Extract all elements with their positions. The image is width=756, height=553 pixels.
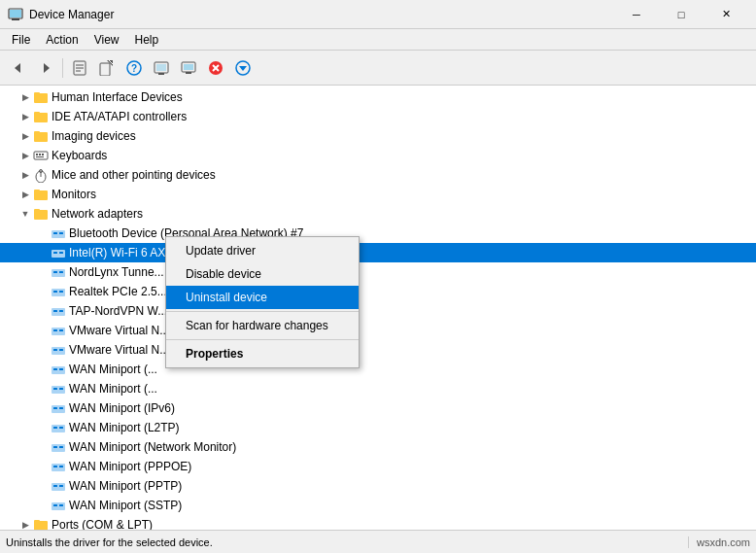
tree-item-mice[interactable]: ▶ Mice and other pointing devices <box>0 165 756 185</box>
tree-item-monitors[interactable]: ▶ Monitors <box>0 185 756 204</box>
folder-icon <box>33 517 49 530</box>
tree-item-imaging[interactable]: ▶ Imaging devices <box>0 126 756 146</box>
maximize-button[interactable]: □ <box>659 0 704 29</box>
network-adapter-icon <box>51 420 66 435</box>
network-adapter-icon <box>51 400 66 416</box>
back-button[interactable] <box>6 55 31 81</box>
tree-item-wan-l2tp[interactable]: WAN Miniport (L2TP) <box>0 418 756 437</box>
svg-rect-42 <box>34 209 40 212</box>
network-adapter-icon <box>51 245 66 260</box>
expand-icon: ▶ <box>17 187 33 202</box>
network-folder-icon <box>33 206 49 222</box>
svg-rect-66 <box>59 368 63 370</box>
tree-item-label: Ports (COM & LPT) <box>52 518 153 530</box>
device-manager-button[interactable] <box>176 55 201 81</box>
tree-item-bluetooth[interactable]: Bluetooth Device (Personal Area Network)… <box>0 224 756 243</box>
expand-icon <box>35 439 51 455</box>
menu-view[interactable]: View <box>86 31 127 49</box>
tree-item-wan-2[interactable]: WAN Miniport (... <box>0 379 756 398</box>
expand-icon <box>35 323 51 338</box>
ctx-scan-hardware[interactable]: Scan for hardware changes <box>166 314 359 337</box>
tree-item-tap-nordvpn[interactable]: TAP-NordVPN W... <box>0 301 756 321</box>
tree-item-human-interface[interactable]: ▶ Human Interface Devices <box>0 87 756 107</box>
tree-item-network-adapters[interactable]: ▼ Network adapters <box>0 204 756 224</box>
scan-button[interactable] <box>149 55 174 81</box>
keyboard-icon <box>33 148 49 163</box>
tree-item-ide-ata[interactable]: ▶ IDE ATA/ATAPI controllers <box>0 107 756 126</box>
status-bar: Uninstalls the driver for the selected d… <box>0 530 756 553</box>
camera-icon <box>33 128 49 144</box>
ctx-disable-device[interactable]: Disable device <box>166 262 359 286</box>
network-adapter-icon <box>51 323 66 338</box>
svg-rect-16 <box>158 73 164 75</box>
update-driver-button[interactable] <box>94 55 120 81</box>
tree-item-label: Imaging devices <box>52 129 136 143</box>
svg-marker-4 <box>44 63 50 73</box>
expand-icon <box>35 400 51 416</box>
svg-rect-84 <box>59 485 63 487</box>
tree-item-vmware-2[interactable]: VMware Virtual N... <box>0 340 756 360</box>
svg-rect-82 <box>52 483 65 491</box>
expand-icon: ▼ <box>17 206 33 222</box>
tree-item-wan-sstp[interactable]: WAN Miniport (SSTP) <box>0 496 756 515</box>
svg-marker-3 <box>15 63 20 73</box>
window-title: Device Manager <box>29 8 614 21</box>
network-adapter-icon <box>51 478 66 494</box>
folder-icon <box>33 89 49 105</box>
expand-icon <box>35 381 51 397</box>
svg-rect-68 <box>53 388 57 390</box>
help-button[interactable]: ? <box>121 55 147 81</box>
tree-item-label: WAN Miniport (PPTP) <box>69 479 182 493</box>
tree-item-label: WAN Miniport (Network Monitor) <box>69 440 236 454</box>
properties-button[interactable] <box>67 55 92 81</box>
uninstall-button[interactable] <box>203 55 228 81</box>
svg-rect-67 <box>52 386 65 394</box>
svg-rect-58 <box>52 328 65 335</box>
status-text: Uninstalls the driver for the selected d… <box>6 536 688 548</box>
menu-file[interactable]: File <box>4 31 38 49</box>
svg-rect-78 <box>59 446 63 448</box>
ctx-update-driver[interactable]: Update driver <box>166 239 359 262</box>
tree-item-wan-ipv6[interactable]: WAN Miniport (IPv6) <box>0 398 756 418</box>
minimize-button[interactable]: ─ <box>614 0 659 29</box>
svg-rect-33 <box>39 154 41 156</box>
tree-item-wan-pptp[interactable]: WAN Miniport (PPTP) <box>0 476 756 496</box>
expand-icon <box>35 245 51 260</box>
svg-rect-81 <box>59 466 63 467</box>
svg-rect-85 <box>52 502 65 510</box>
tree-view[interactable]: ▶ Human Interface Devices ▶ IDE ATA/ATAP… <box>0 86 756 530</box>
svg-rect-56 <box>53 310 57 312</box>
menu-bar: File Action View Help <box>0 29 756 51</box>
expand-icon <box>35 498 51 513</box>
tree-item-wan-pppoe[interactable]: WAN Miniport (PPPOE) <box>0 457 756 476</box>
svg-rect-83 <box>53 485 57 487</box>
svg-rect-70 <box>52 405 65 413</box>
tree-item-label: WAN Miniport (L2TP) <box>69 421 180 434</box>
tree-item-intel-wifi[interactable]: Intel(R) Wi-Fi 6 AX200 160MHz <box>0 243 756 262</box>
tree-item-wan-1[interactable]: WAN Miniport (... <box>0 360 756 379</box>
menu-action[interactable]: Action <box>38 31 86 49</box>
main-content: ▶ Human Interface Devices ▶ IDE ATA/ATAP… <box>0 86 756 530</box>
svg-rect-62 <box>53 349 57 351</box>
tree-item-ports[interactable]: ▶ Ports (COM & LPT) <box>0 515 756 530</box>
ctx-properties[interactable]: Properties <box>166 342 359 365</box>
context-menu-separator <box>166 311 359 312</box>
svg-rect-44 <box>53 232 57 234</box>
svg-rect-51 <box>59 271 63 273</box>
download-button[interactable] <box>230 55 256 81</box>
tree-item-label: TAP-NordVPN W... <box>69 304 167 318</box>
svg-rect-9 <box>100 63 110 76</box>
toolbar-separator-1 <box>62 58 63 78</box>
menu-help[interactable]: Help <box>127 31 167 49</box>
tree-item-keyboards[interactable]: ▶ Keyboards <box>0 146 756 165</box>
ctx-uninstall-device[interactable]: Uninstall device <box>166 286 359 309</box>
tree-item-label: WAN Miniport (... <box>69 382 157 396</box>
close-button[interactable]: ✕ <box>704 0 748 29</box>
svg-rect-54 <box>59 291 63 293</box>
tree-item-realtek[interactable]: Realtek PCIe 2.5... <box>0 282 756 301</box>
network-adapter-icon <box>51 498 66 513</box>
tree-item-wan-nm[interactable]: WAN Miniport (Network Monitor) <box>0 437 756 457</box>
tree-item-vmware-1[interactable]: VMware Virtual N... <box>0 321 756 340</box>
forward-button[interactable] <box>33 55 58 81</box>
tree-item-nordlynx[interactable]: NordLynx Tunne... <box>0 262 756 282</box>
